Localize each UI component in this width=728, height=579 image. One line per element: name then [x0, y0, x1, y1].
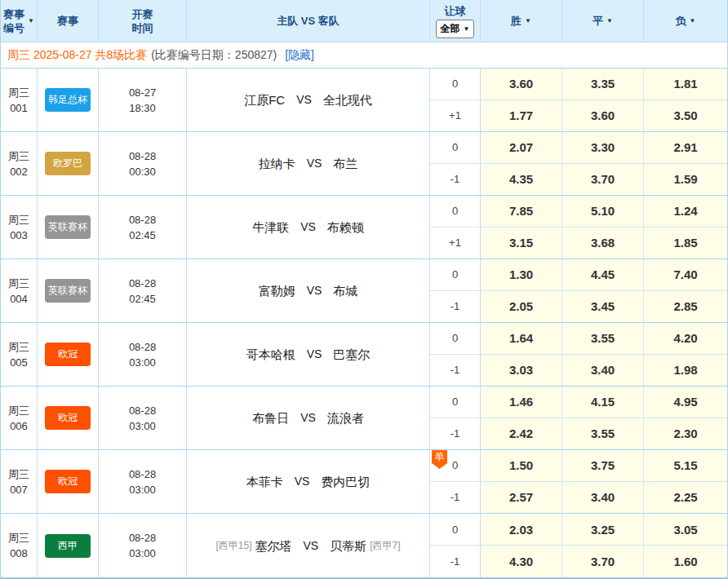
odds-win[interactable]: 1.30 — [481, 259, 562, 290]
odds-lose[interactable]: 2.25 — [644, 482, 727, 514]
handicap-filter-select[interactable]: 全部 ▼ — [436, 20, 475, 38]
date-bar: 周三 2025-08-27 共8场比赛 (比赛编号日期：250827) [隐藏] — [1, 42, 727, 69]
odds-draw[interactable]: 3.75 — [562, 450, 644, 481]
odds-lose[interactable]: 1.60 — [644, 546, 727, 577]
odds-lose[interactable]: 1.85 — [644, 228, 727, 259]
odds-win[interactable]: 2.05 — [481, 291, 562, 323]
odds-draw[interactable]: 3.40 — [562, 482, 644, 514]
odds-lose[interactable]: 1.24 — [644, 196, 727, 227]
league-badge[interactable]: 英联赛杯 — [45, 279, 91, 303]
odds-win[interactable]: 1.77 — [481, 100, 562, 132]
odds-win[interactable]: 3.03 — [481, 355, 562, 387]
odds-draw[interactable]: 4.15 — [562, 387, 644, 418]
odds-draw[interactable]: 3.55 — [562, 418, 644, 450]
match-time: 02:45 — [129, 228, 156, 243]
match-number: 005 — [10, 355, 28, 370]
match-time: 03:00 — [129, 355, 156, 370]
odds-win[interactable]: 2.42 — [481, 418, 562, 450]
match-row: 周三 002 欧罗巴 08-28 00:30 拉纳卡 VS 布兰 0 2.07 … — [1, 132, 727, 196]
odds-draw[interactable]: 5.10 — [562, 196, 644, 227]
handicap-cell: +1 — [430, 228, 481, 259]
match-number: 003 — [10, 228, 28, 243]
odds-draw[interactable]: 4.45 — [562, 259, 644, 290]
odds-lose[interactable]: 1.59 — [644, 164, 727, 196]
odds-draw[interactable]: 3.35 — [562, 69, 644, 99]
handicap-cell: 0 — [430, 514, 481, 545]
odds-win[interactable]: 2.57 — [481, 482, 562, 514]
col-header-league: 赛事 — [38, 0, 99, 42]
handicap-value: -1 — [451, 555, 460, 568]
league-badge[interactable]: 韩足总杯 — [45, 88, 91, 112]
vs-label: VS — [307, 283, 322, 298]
home-team-name: 牛津联 — [252, 219, 289, 235]
col-header-lose[interactable]: 负 ▼ — [644, 0, 727, 42]
league-badge[interactable]: 欧罗巴 — [45, 152, 91, 175]
odds-win[interactable]: 4.30 — [481, 546, 562, 577]
match-time-cell: 08-28 03:00 — [99, 387, 187, 449]
odds-draw[interactable]: 3.60 — [562, 100, 644, 132]
league-badge[interactable]: 西甲 — [45, 534, 91, 558]
odds-draw[interactable]: 3.70 — [562, 546, 644, 577]
league-badge[interactable]: 英联赛杯 — [45, 215, 91, 239]
odds-draw[interactable]: 3.30 — [562, 132, 644, 163]
home-team-name: 本菲卡 — [246, 474, 283, 489]
odds-lose[interactable]: 4.20 — [644, 323, 727, 354]
odds-lose[interactable]: 3.50 — [644, 100, 727, 132]
hide-link[interactable]: [隐藏] — [285, 48, 314, 63]
handicap-cell: 单 0 — [430, 450, 481, 481]
odds-win[interactable]: 3.15 — [481, 228, 562, 259]
sort-arrow-icon[interactable]: ▼ — [28, 14, 34, 28]
match-number: 004 — [10, 291, 28, 307]
odds-lose[interactable]: 1.98 — [644, 355, 727, 387]
league-cell: 欧冠 — [38, 387, 99, 449]
home-team-name: 江原FC — [244, 92, 285, 108]
odds-win[interactable]: 2.07 — [481, 132, 562, 163]
handicap-value: 0 — [452, 396, 458, 408]
col-header-match-no[interactable]: 赛事 编号 ▼ — [1, 0, 38, 42]
odds-win[interactable]: 7.85 — [481, 196, 562, 227]
odds-win[interactable]: 4.35 — [481, 164, 562, 196]
match-number: 008 — [10, 546, 28, 561]
lose-sort-arrow-icon[interactable]: ▼ — [690, 14, 696, 28]
odds-win[interactable]: 1.46 — [481, 387, 562, 418]
match-number: 002 — [10, 164, 28, 179]
win-sort-arrow-icon[interactable]: ▼ — [525, 14, 531, 28]
handicap-cell: -1 — [430, 164, 481, 196]
odds-draw[interactable]: 3.55 — [562, 323, 644, 354]
odds-lose[interactable]: 4.95 — [644, 387, 727, 418]
odds-win[interactable]: 2.03 — [481, 514, 562, 545]
odds-lose[interactable]: 2.30 — [644, 418, 727, 450]
odds-draw[interactable]: 3.45 — [562, 291, 644, 323]
odds-lose[interactable]: 5.15 — [644, 450, 727, 481]
handicap-cell: +1 — [430, 100, 481, 132]
draw-sort-arrow-icon[interactable]: ▼ — [606, 14, 613, 28]
odds-win[interactable]: 3.60 — [481, 69, 562, 99]
odds-draw[interactable]: 3.25 — [562, 514, 644, 545]
handicap-value: -1 — [451, 364, 460, 376]
league-badge[interactable]: 欧冠 — [45, 406, 91, 430]
match-number-cell: 周三 002 — [1, 132, 38, 195]
match-day: 周三 — [8, 212, 29, 228]
col-header-win[interactable]: 胜 ▼ — [481, 0, 562, 42]
odds-win[interactable]: 1.50 — [481, 450, 562, 481]
league-cell: 英联赛杯 — [38, 259, 99, 322]
odds-draw[interactable]: 3.70 — [562, 164, 644, 196]
odds-line-0: 0 2.03 3.25 3.05 — [430, 514, 727, 546]
odds-draw[interactable]: 3.40 — [562, 355, 644, 387]
odds-lose[interactable]: 2.91 — [644, 132, 727, 163]
league-badge[interactable]: 欧冠 — [45, 343, 91, 366]
handicap-cell: 0 — [430, 323, 481, 354]
handicap-value: -1 — [451, 427, 460, 440]
handicap-value: -1 — [451, 300, 460, 312]
odds-lose[interactable]: 2.85 — [644, 291, 727, 323]
league-badge[interactable]: 欧冠 — [45, 470, 91, 493]
odds-lines: 0 7.85 5.10 1.24 +1 3.15 3.68 1.85 — [430, 196, 727, 259]
odds-win[interactable]: 1.64 — [481, 323, 562, 354]
odds-lose[interactable]: 7.40 — [644, 259, 727, 290]
col-header-draw[interactable]: 平 ▼ — [562, 0, 644, 42]
table-header: 赛事 编号 ▼ 赛事 开赛 时间 主队 VS 客队 让球 全部 ▼ 胜 ▼ — [1, 0, 727, 42]
odds-lose[interactable]: 3.05 — [644, 514, 727, 545]
match-row: 周三 005 欧冠 08-28 03:00 哥本哈根 VS 巴塞尔 0 1.64… — [1, 323, 727, 387]
odds-draw[interactable]: 3.68 — [562, 228, 644, 259]
odds-lose[interactable]: 1.81 — [644, 69, 727, 99]
